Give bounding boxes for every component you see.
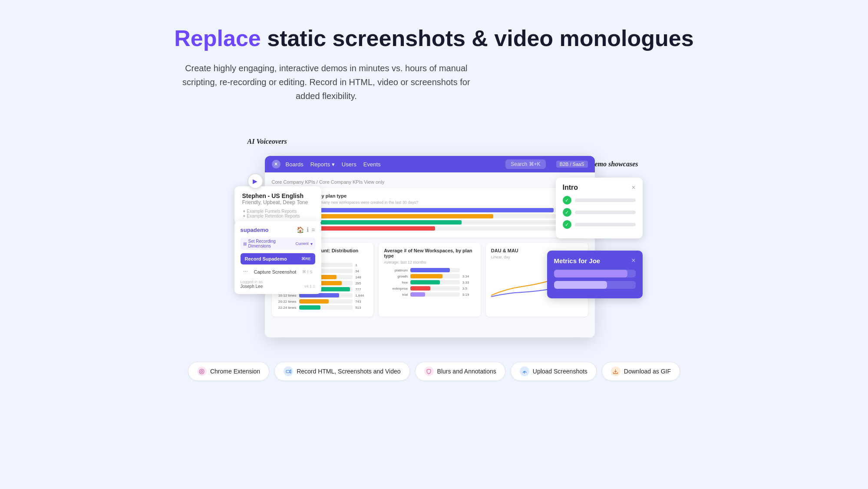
pill-record[interactable]: Record HTML, Screenshots and Video bbox=[274, 362, 409, 381]
chart3: Average # of New Workspaces, by plan typ… bbox=[379, 243, 481, 317]
ext-select[interactable]: ⊞ Set Recording Dimensions Current ▾ bbox=[241, 238, 315, 250]
bar-row: trial 3.19 bbox=[384, 292, 475, 297]
nav-events[interactable]: Events bbox=[363, 161, 381, 168]
check-row-1: ✓ bbox=[563, 196, 636, 205]
intro-popup-header: Intro × bbox=[563, 184, 636, 192]
nav-links: Boards Reports ▾ Users Events bbox=[286, 161, 381, 168]
check-row-3: ✓ bbox=[563, 220, 636, 229]
chart1-bars: free growth 614 trial 587 bbox=[277, 208, 583, 231]
metrics-popup: Metrics for Joe × bbox=[547, 251, 643, 298]
record-btn[interactable]: Record Supademo ⌘RE bbox=[241, 253, 315, 264]
voiceover-examples: ✦ Example Funnels Reports ✦ Example Rete… bbox=[242, 209, 314, 218]
intro-close-button[interactable]: × bbox=[631, 184, 635, 192]
info-icon[interactable]: ℹ bbox=[307, 226, 309, 233]
nav-reports[interactable]: Reports ▾ bbox=[310, 161, 335, 168]
metric-bar-2 bbox=[554, 281, 636, 289]
extension-card: supademo 🏠 ℹ ≡ ⊞ Set Recording Dimension… bbox=[234, 221, 321, 294]
voiceover-desc: Friendly, Upbeat, Deep Tone bbox=[242, 199, 314, 205]
ext-footer: Logged in as Joseph Lee v4.1.1 bbox=[241, 280, 315, 289]
page-title: Replace static screenshots & video monol… bbox=[174, 26, 693, 51]
intro-popup-title: Intro bbox=[563, 184, 578, 192]
check-icon-1: ✓ bbox=[563, 196, 571, 205]
demo-area: AI Voiceovers Multi-demo showcases Creat… bbox=[239, 134, 630, 337]
svg-point-0 bbox=[200, 369, 205, 374]
pill-gif-label: Download as GIF bbox=[624, 368, 671, 375]
nav-badge: B2B / SaaS bbox=[556, 161, 588, 168]
blurs-icon bbox=[424, 367, 434, 376]
annotation-ai-voiceovers: AI Voiceovers bbox=[248, 138, 287, 145]
pill-upload-label: Upload Screenshots bbox=[533, 368, 587, 375]
pill-record-label: Record HTML, Screenshots and Video bbox=[297, 368, 400, 375]
check-row-2: ✓ bbox=[563, 208, 636, 217]
bar-row: growth 3.34 bbox=[384, 274, 475, 278]
upload-icon bbox=[520, 367, 529, 376]
bar-row: enterprise 551 bbox=[277, 226, 583, 231]
pill-gif[interactable]: Download as GIF bbox=[602, 362, 680, 381]
chrome-extension-icon bbox=[197, 367, 207, 376]
intro-popup: Intro × ✓ ✓ ✓ bbox=[556, 178, 643, 238]
bar-row: platinum bbox=[384, 268, 475, 272]
home-icon[interactable]: 🏠 bbox=[297, 226, 304, 233]
bar-row: free bbox=[277, 208, 583, 212]
ext-icons: 🏠 ℹ ≡ bbox=[297, 226, 315, 233]
metrics-title: Metrics for Joe bbox=[554, 257, 601, 264]
bar-row: enterprise 3.5 bbox=[384, 286, 475, 291]
metric-bar-1 bbox=[554, 270, 636, 278]
bar-row: 22-24 times 513 bbox=[277, 305, 369, 310]
svg-rect-2 bbox=[286, 370, 290, 372]
ext-header: supademo 🏠 ℹ ≡ bbox=[241, 226, 315, 233]
record-icon bbox=[284, 367, 293, 376]
screenshot-btn[interactable]: ⋯ Capture Screenshot ⌘⇧S bbox=[241, 267, 315, 276]
svg-marker-3 bbox=[290, 370, 291, 373]
ext-logo: supademo bbox=[241, 227, 269, 233]
check-icon-2: ✓ bbox=[563, 208, 571, 217]
pill-upload[interactable]: Upload Screenshots bbox=[511, 362, 597, 381]
bar-row: growth 614 bbox=[277, 214, 583, 218]
pill-chrome-extension[interactable]: Chrome Extension bbox=[188, 362, 269, 381]
play-button[interactable]: ▶ bbox=[248, 173, 263, 189]
check-icon-3: ✓ bbox=[563, 220, 571, 229]
hero-subtitle: Create highly engaging, interactive demo… bbox=[174, 61, 478, 103]
svg-point-1 bbox=[201, 370, 203, 372]
chart3-subtitle: Average, last 12 months bbox=[384, 260, 475, 264]
chart3-title: Average # of New Workspaces, by plan typ… bbox=[384, 248, 475, 258]
voiceover-name: Stephen - US English bbox=[242, 192, 314, 199]
download-gif-icon bbox=[611, 367, 620, 376]
pill-chrome-label: Chrome Extension bbox=[210, 368, 260, 375]
metrics-close-button[interactable]: × bbox=[631, 257, 635, 264]
nav-boards[interactable]: Boards bbox=[286, 161, 304, 168]
nav-users[interactable]: Users bbox=[342, 161, 356, 168]
voiceover-card: ▶ Stephen - US English Friendly, Upbeat,… bbox=[234, 186, 321, 225]
breadcrumb: Core Company KPIs / Core Company KPIs Vi… bbox=[272, 179, 588, 185]
bar-row: trial 587 bbox=[277, 220, 583, 225]
metrics-header: Metrics for Joe × bbox=[554, 257, 636, 264]
close-btn[interactable]: × bbox=[272, 160, 281, 169]
nav-search[interactable]: Search ⌘+K bbox=[505, 159, 545, 169]
chart1-title: New Workspaces, by plan type bbox=[277, 193, 583, 198]
bar-row: free 3.33 bbox=[384, 280, 475, 284]
pill-blurs-label: Blurs and Annotations bbox=[437, 368, 496, 375]
pill-blurs[interactable]: Blurs and Annotations bbox=[415, 362, 505, 381]
nav-bar: × Boards Reports ▾ Users Events Search ⌘… bbox=[265, 156, 595, 172]
bar-row: 20-22 times 743 bbox=[277, 299, 369, 304]
chart1-subtitle: Total, last 30 days · How many new works… bbox=[277, 200, 583, 205]
menu-icon[interactable]: ≡ bbox=[311, 226, 315, 233]
feature-pills: Chrome Extension Record HTML, Screenshot… bbox=[188, 362, 680, 381]
